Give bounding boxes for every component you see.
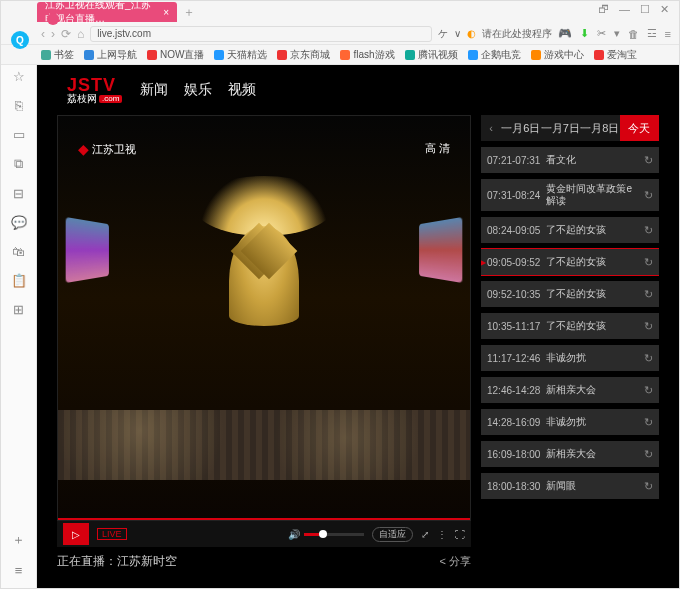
toolbar-icons: 🎮 ⬇ ✂ ▾ 🗑 ☲ ≡ <box>558 27 671 40</box>
translate-icon[interactable]: ▾ <box>614 27 620 40</box>
bookmark-item[interactable]: 上网导航 <box>84 48 137 62</box>
date-tab[interactable]: 一月8日 <box>580 121 620 136</box>
replay-icon[interactable]: ↻ <box>644 448 653 461</box>
bookmark-item[interactable]: 书签 <box>41 48 74 62</box>
sidebar-icon[interactable]: ▭ <box>13 127 25 142</box>
qq-browser-icon[interactable]: Q <box>11 31 29 49</box>
replay-icon[interactable]: ↻ <box>644 189 653 202</box>
sidebar-icon[interactable]: ⎘ <box>15 98 23 113</box>
program-item[interactable]: 18:00-18:30新闻眼↻ <box>481 473 659 499</box>
volume-control[interactable]: 🔊 <box>288 529 364 540</box>
date-prev-button[interactable]: ‹ <box>481 122 501 134</box>
sidebar-icon[interactable]: 💬 <box>11 215 27 230</box>
replay-icon[interactable]: ↻ <box>644 480 653 493</box>
volume-slider[interactable] <box>304 533 364 536</box>
bookmark-item[interactable]: 腾讯视频 <box>405 48 458 62</box>
search-engine-icon[interactable]: ◐ <box>467 28 476 39</box>
bookmark-item[interactable]: 京东商城 <box>277 48 330 62</box>
bookmark-label: 企鹅电竞 <box>481 48 521 62</box>
compat-icon[interactable]: ケ <box>438 27 448 41</box>
play-button[interactable]: ▷ <box>63 523 89 545</box>
program-title: 新相亲大会 <box>546 448 638 460</box>
bookmark-item[interactable]: 企鹅电竞 <box>468 48 521 62</box>
download-icon[interactable]: ⬇ <box>580 27 589 40</box>
new-tab-button[interactable]: ＋ <box>183 4 195 21</box>
sidebar-icon[interactable]: ≡ <box>15 563 23 578</box>
program-title: 黄金时间改革政策e解读 <box>546 183 638 207</box>
restore-icon[interactable]: 🗑 <box>628 28 639 40</box>
nav-link[interactable]: 娱乐 <box>184 81 212 99</box>
expand-icon[interactable]: ⤢ <box>421 529 429 540</box>
bookmark-label: 书签 <box>54 48 74 62</box>
program-item[interactable]: 08:24-09:05了不起的女孩↻ <box>481 217 659 243</box>
bookmark-item[interactable]: flash游戏 <box>340 48 394 62</box>
site-logo[interactable]: JSTV 荔枝网.com <box>67 76 122 104</box>
share-button[interactable]: <分享 <box>440 554 471 569</box>
bookmark-icon <box>84 50 94 60</box>
nav-link[interactable]: 新闻 <box>140 81 168 99</box>
date-tab[interactable]: 一月7日 <box>541 121 581 136</box>
program-title: 了不起的女孩 <box>546 288 638 300</box>
sidebar-icon[interactable]: ⊟ <box>13 186 24 201</box>
bookmark-item[interactable]: 游戏中心 <box>531 48 584 62</box>
replay-icon[interactable]: ↻ <box>644 288 653 301</box>
replay-icon[interactable]: ↻ <box>644 416 653 429</box>
tab-close-icon[interactable]: × <box>163 7 169 18</box>
quality-button[interactable]: 自适应 <box>372 527 413 542</box>
program-title: 非诚勿扰 <box>546 352 638 364</box>
sidebar-icon[interactable]: ＋ <box>12 531 25 549</box>
volume-icon[interactable]: 🔊 <box>288 529 300 540</box>
fullscreen-icon[interactable]: ⛶ <box>455 529 465 540</box>
minimize-button[interactable]: — <box>619 3 630 16</box>
date-tab[interactable]: 一月6日 <box>501 121 541 136</box>
url-input[interactable]: live.jstv.com <box>90 26 431 42</box>
program-item[interactable]: 07:31-08:24黄金时间改革政策e解读↻ <box>481 179 659 211</box>
reload-button[interactable]: ⟳ <box>61 27 71 41</box>
sidebar-icon[interactable]: ⧉ <box>14 156 23 172</box>
replay-icon[interactable]: ↻ <box>644 224 653 237</box>
program-time: 07:31-08:24 <box>487 190 540 201</box>
browser-avatar-icon[interactable] <box>47 13 59 25</box>
date-tab-today[interactable]: 今天 <box>620 115 660 141</box>
scissors-icon[interactable]: ✂ <box>597 27 606 40</box>
program-time: 16:09-18:00 <box>487 449 540 460</box>
program-item[interactable]: ▶09:05-09:52了不起的女孩↻ <box>481 249 659 275</box>
replay-icon[interactable]: ↻ <box>644 154 653 167</box>
program-item[interactable]: 11:17-12:46非诚勿扰↻ <box>481 345 659 371</box>
maximize-button[interactable]: ☐ <box>640 3 650 16</box>
back-button[interactable]: ‹ <box>41 27 45 41</box>
sidebar-icon[interactable]: 🛍 <box>12 244 25 259</box>
bookmark-icon <box>405 50 415 60</box>
bookmark-item[interactable]: 天猫精选 <box>214 48 267 62</box>
replay-icon[interactable]: ↻ <box>644 384 653 397</box>
program-item[interactable]: 09:52-10:35了不起的女孩↻ <box>481 281 659 307</box>
program-item[interactable]: 14:28-16:09非诚勿扰↻ <box>481 409 659 435</box>
program-item[interactable]: 07:21-07:31看文化↻ <box>481 147 659 173</box>
home-button[interactable]: ⌂ <box>77 27 84 41</box>
nav-link[interactable]: 视频 <box>228 81 256 99</box>
program-item[interactable]: 16:09-18:00新相亲大会↻ <box>481 441 659 467</box>
pip-icon[interactable]: ☲ <box>647 27 657 40</box>
bookmark-item[interactable]: NOW直播 <box>147 48 204 62</box>
video-area[interactable]: ◆江苏卫视 高 清 <box>57 115 471 521</box>
menu-icon[interactable]: ⋮ <box>437 529 447 540</box>
window-icon[interactable]: 🗗 <box>598 3 609 16</box>
bookmark-item[interactable]: 爱淘宝 <box>594 48 637 62</box>
replay-icon[interactable]: ↻ <box>644 320 653 333</box>
replay-icon[interactable]: ↻ <box>644 256 653 269</box>
more-icon[interactable]: ≡ <box>665 28 671 40</box>
game-icon[interactable]: 🎮 <box>558 27 572 40</box>
stage-centerpiece <box>194 176 334 326</box>
program-item[interactable]: 10:35-11:17了不起的女孩↻ <box>481 313 659 339</box>
bookmark-label: 上网导航 <box>97 48 137 62</box>
program-item[interactable]: 12:46-14:28新相亲大会↻ <box>481 377 659 403</box>
program-list[interactable]: 07:21-07:31看文化↻07:31-08:24黄金时间改革政策e解读↻08… <box>481 141 659 575</box>
sidebar-icon[interactable]: ⊞ <box>13 302 24 317</box>
close-button[interactable]: ✕ <box>660 3 669 16</box>
page-viewport: JSTV 荔枝网.com 新闻娱乐视频 ◆江苏卫视 高 清 <box>37 65 679 588</box>
sidebar-icon[interactable]: ☆ <box>13 69 25 84</box>
forward-button[interactable]: › <box>51 27 55 41</box>
replay-icon[interactable]: ↻ <box>644 352 653 365</box>
sidebar-icon[interactable]: 📋 <box>11 273 27 288</box>
live-badge: LIVE <box>97 528 127 540</box>
